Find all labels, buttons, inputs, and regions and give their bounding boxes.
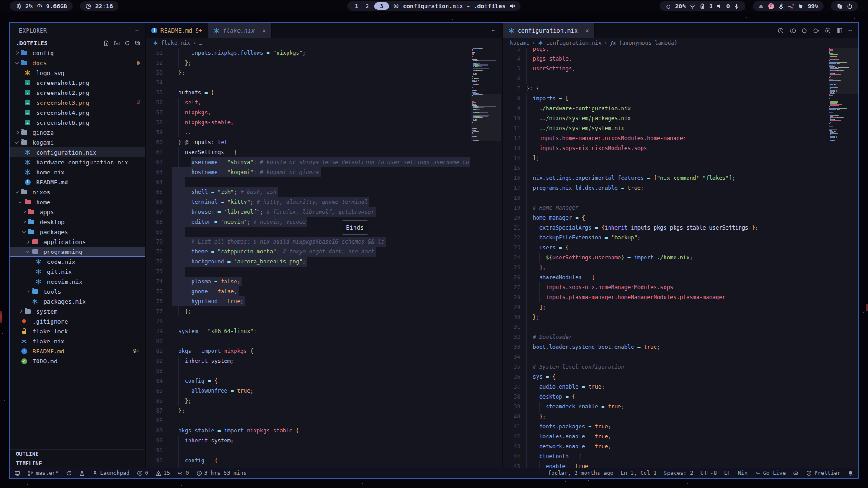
- tree-item[interactable]: tools: [10, 286, 145, 296]
- code-line[interactable]: 54: [146, 78, 502, 88]
- tree-item[interactable]: packages.nix: [10, 296, 145, 306]
- code-line[interactable]: 30 };: [503, 312, 858, 322]
- code-line[interactable]: 25 };: [503, 263, 858, 272]
- code-line[interactable]: 44 bluetooth = {: [503, 451, 858, 461]
- code-line[interactable]: 76 hyprland = true;: [146, 296, 502, 306]
- status-item[interactable]: [66, 470, 72, 476]
- code-line[interactable]: 40 };: [503, 412, 858, 422]
- status-item[interactable]: [793, 470, 799, 476]
- tree-item[interactable]: kogami: [10, 137, 145, 147]
- minimap[interactable]: [829, 48, 859, 468]
- tree-item[interactable]: neovim.nix: [10, 277, 145, 286]
- status-item[interactable]: [848, 470, 854, 476]
- code-line[interactable]: 73: [146, 267, 502, 277]
- code-line[interactable]: 64: [146, 177, 502, 187]
- tree-item[interactable]: flake.nix: [10, 336, 145, 346]
- code-line[interactable]: 90 inherit system;: [146, 436, 502, 446]
- app-tray-icon[interactable]: C: [768, 3, 774, 9]
- status-item[interactable]: 15: [156, 470, 170, 476]
- editor-tab[interactable]: flake.nix×: [208, 23, 272, 38]
- code-line[interactable]: 9 ./hardware-configuration.nix: [503, 103, 858, 113]
- code-line[interactable]: 57 nixpkgs,: [146, 108, 502, 117]
- code-line[interactable]: 78: [146, 316, 502, 326]
- power-module[interactable]: [831, 1, 858, 11]
- code-line[interactable]: 69: [146, 227, 502, 237]
- code-line[interactable]: 33 boot.loader.systemd-boot.enable = tru…: [503, 342, 858, 352]
- code-line[interactable]: 87 };: [146, 406, 502, 416]
- code-line[interactable]: 28 inputs.plasma-manager.homeManagerModu…: [503, 292, 858, 302]
- clipboard-icon[interactable]: [836, 3, 843, 9]
- timeline-section[interactable]: TIMELINE: [10, 459, 145, 468]
- code-line[interactable]: 61 userSettings = {: [146, 147, 502, 157]
- code-line[interactable]: 18: [503, 193, 858, 203]
- code-line[interactable]: 15: [503, 163, 858, 173]
- network-tray-icon[interactable]: [758, 3, 764, 9]
- tree-item[interactable]: ✓TODO.md: [10, 356, 145, 366]
- tree-item[interactable]: screenshot2.png: [10, 88, 145, 98]
- tree-item[interactable]: screenshot3.pngU: [10, 98, 145, 108]
- code-line[interactable]: 38 desktop = {: [503, 392, 858, 402]
- more-actions-icon[interactable]: ⋯: [848, 27, 852, 34]
- code-line[interactable]: 53 };: [146, 68, 502, 78]
- code-line[interactable]: 14 ];: [503, 153, 858, 163]
- tree-item[interactable]: git.nix: [10, 267, 145, 277]
- code-line[interactable]: 63 hostname = "kogami"; # kogami or gino…: [146, 167, 502, 177]
- code-line[interactable]: 26 sharedModules = [: [503, 272, 858, 282]
- code-line[interactable]: 23 users = {: [503, 243, 858, 253]
- code-line[interactable]: 85 allowUnfree = true;: [146, 386, 502, 396]
- code-line[interactable]: 86 };: [146, 396, 502, 406]
- tree-item[interactable]: screenshot6.png: [10, 117, 145, 127]
- code-line[interactable]: 60 } @ inputs: let: [146, 137, 502, 147]
- kdeconnect-icon[interactable]: [788, 3, 794, 9]
- code-line[interactable]: 31: [503, 322, 858, 332]
- workspace-button[interactable]: 3: [374, 2, 389, 10]
- bluetooth-icon[interactable]: [778, 3, 784, 9]
- code-line[interactable]: 5 userSettings,: [503, 64, 858, 74]
- code-line[interactable]: 42 locales.enable = true;: [503, 432, 858, 441]
- status-item[interactable]: Launchpad: [92, 470, 130, 476]
- tree-item[interactable]: system: [10, 306, 145, 316]
- code-line[interactable]: 16 nix.settings.experimental-features = …: [503, 173, 858, 183]
- status-item[interactable]: 0: [137, 470, 148, 476]
- timeline-icon[interactable]: [778, 28, 784, 34]
- new-folder-button[interactable]: [114, 40, 120, 46]
- tree-item[interactable]: iREADME.md: [10, 177, 145, 187]
- tree-item[interactable]: hardware-configuration.nix: [10, 157, 145, 167]
- power-icon[interactable]: [846, 3, 853, 9]
- code-line[interactable]: 91: [146, 446, 502, 455]
- outline-icon[interactable]: [801, 28, 807, 34]
- status-item[interactable]: Prettier: [806, 470, 840, 476]
- tray-module[interactable]: C 99%: [753, 1, 824, 11]
- status-item[interactable]: UTF-8: [700, 470, 717, 476]
- code-line[interactable]: 36 sys = {: [503, 372, 858, 382]
- code-line[interactable]: 29 ];: [503, 302, 858, 312]
- breadcrumb-item[interactable]: (anonymous lambda): [619, 40, 678, 46]
- breadcrumb-item[interactable]: flake.nix: [161, 40, 190, 46]
- tree-item[interactable]: .gitignore: [10, 316, 145, 326]
- status-item[interactable]: LF: [724, 470, 730, 476]
- tree-item[interactable]: programming: [10, 247, 145, 257]
- code-area[interactable]: 3 pkgs,4 pkgs-stable,5 userSettings,6 ..…: [503, 48, 858, 468]
- code-line[interactable]: 89 pkgs-stable = import nixpkgs-stable {: [146, 426, 502, 436]
- close-tab-icon[interactable]: ×: [262, 27, 266, 34]
- code-line[interactable]: 19 # Home manager: [503, 203, 858, 213]
- code-line[interactable]: 52 };: [146, 58, 502, 68]
- code-line[interactable]: 68 editor = "neovim"; # neovim, vscode: [146, 217, 502, 227]
- tree-item[interactable]: iREADME.md9+: [10, 346, 145, 356]
- code-line[interactable]: 32 # Bootloader: [503, 332, 858, 342]
- code-line[interactable]: 41 fonts.packages = true;: [503, 422, 858, 432]
- explorer-more-icon[interactable]: ⋯: [135, 28, 139, 34]
- code-line[interactable]: 27 inputs.sops-nix.homeManagerModules.so…: [503, 282, 858, 292]
- tree-item[interactable]: flake.lock: [10, 326, 145, 336]
- refresh-explorer-button[interactable]: [124, 40, 130, 46]
- code-line[interactable]: 12 inputs.home-manager.nixosModules.home…: [503, 133, 858, 143]
- code-line[interactable]: 43 network.enable = true;: [503, 441, 858, 451]
- outline-section[interactable]: OUTLINE: [10, 449, 145, 459]
- status-item[interactable]: 3 hrs 53 mins: [196, 470, 247, 476]
- code-line[interactable]: 24 ${userSettings.username} = import ./h…: [503, 253, 858, 263]
- status-item[interactable]: [14, 470, 20, 476]
- code-line[interactable]: 51 inputs.nixpkgs.follows = "nixpkgs";: [146, 48, 502, 58]
- split-editor-icon[interactable]: [836, 28, 843, 34]
- code-line[interactable]: 3 pkgs,: [503, 48, 858, 54]
- breadcrumb-item[interactable]: configuration.nix: [546, 40, 602, 46]
